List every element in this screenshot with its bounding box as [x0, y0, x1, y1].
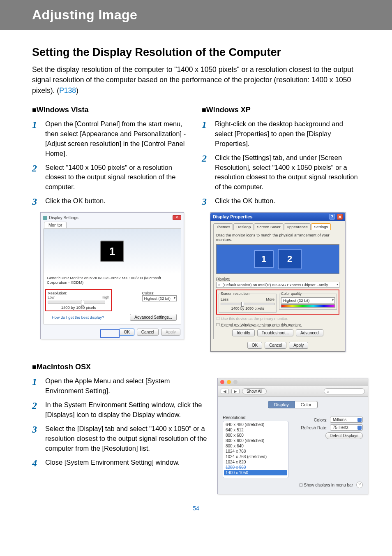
window-icon: [43, 216, 47, 220]
resolution-list[interactable]: 640 x 480 (stretched) 640 x 512 800 x 60…: [223, 421, 288, 478]
page-content: Setting the Display Resolution of the Co…: [0, 30, 392, 528]
apply-button[interactable]: Apply: [161, 329, 180, 336]
cancel-button[interactable]: Cancel: [265, 342, 286, 349]
tab-display[interactable]: Display: [268, 401, 295, 408]
troubleshoot-button[interactable]: Troubleshoot...: [257, 329, 293, 336]
slider-high-label: High: [101, 295, 109, 299]
step-number: 3: [202, 196, 209, 206]
res-option[interactable]: 640 x 512: [224, 427, 287, 433]
resolution-slider[interactable]: [221, 303, 274, 305]
res-option[interactable]: 1024 x 768: [224, 449, 287, 454]
help-icon[interactable]: ?: [329, 214, 335, 220]
resolution-label: Resolution:: [48, 291, 109, 295]
step-number: 1: [32, 376, 39, 387]
res-option[interactable]: 1024 x 768 (stretched): [224, 454, 287, 459]
identify-button[interactable]: Identify: [232, 329, 254, 336]
resolution-slider[interactable]: [48, 301, 105, 304]
help-link[interactable]: How do I get the best display?: [48, 315, 108, 320]
apply-button[interactable]: Apply: [289, 342, 308, 349]
res-option[interactable]: 800 x 640: [224, 443, 287, 449]
screenshot-vista-display-settings: Display Settings ✕ Monitor 1 Generic PnP…: [40, 212, 184, 339]
ok-button[interactable]: OK: [247, 342, 262, 349]
forward-button[interactable]: ▶: [231, 389, 240, 394]
tab-appearance[interactable]: Appearance: [284, 223, 311, 230]
tab-monitor[interactable]: Monitor: [44, 222, 67, 228]
advanced-button[interactable]: Advanced: [296, 329, 323, 336]
ok-button[interactable]: OK: [119, 329, 134, 336]
search-field[interactable]: ⌕: [324, 388, 365, 394]
close-icon[interactable]: ✕: [337, 214, 343, 220]
slider-low-label: Low: [48, 295, 55, 299]
slider-thumb[interactable]: [241, 302, 244, 307]
show-displays-checkbox-row[interactable]: ☐ Show displays in menu bar: [299, 483, 353, 487]
detect-displays-button[interactable]: Detect Displays: [325, 432, 363, 439]
traffic-light-zoom[interactable]: [233, 380, 238, 384]
step-item: 2In the System Environment Setting windo…: [32, 400, 209, 420]
tab-screensaver[interactable]: Screen Saver: [254, 223, 284, 230]
step-item: 2Select "1400 x 1050 pixels" or a resolu…: [32, 163, 190, 192]
main-heading: Setting the Display Resolution of the Co…: [32, 46, 360, 60]
step-text: Select the [Display] tab and select "140…: [45, 424, 209, 454]
color-quality-dropdown[interactable]: Highest (32 bit): [281, 297, 335, 303]
os-columns-top: ■Windows Vista 1Open the [Control Panel]…: [32, 103, 360, 360]
step-number: 2: [32, 400, 39, 410]
resolutions-label: Resolutions:: [223, 415, 288, 420]
arrangement-hint: Drag the monitor icons to match the phys…: [216, 233, 339, 242]
res-option[interactable]: 1280 x 960: [224, 465, 287, 470]
show-all-button[interactable]: Show All: [242, 388, 267, 394]
res-option[interactable]: 1024 x 820: [224, 459, 287, 465]
res-option[interactable]: 800 x 600 (stretched): [224, 438, 287, 443]
divider: [47, 288, 178, 288]
display-panel: Resolutions: 640 x 480 (stretched) 640 x…: [218, 412, 368, 494]
step-text: Right-click on the desktop background an…: [215, 119, 360, 149]
step-text: Click the [Settings] tab, and under [Scr…: [215, 153, 360, 192]
monitor-icon-2[interactable]: 2: [278, 249, 302, 269]
display-label: Display:: [216, 276, 339, 281]
resolution-value: 1400 by 1050 pixels: [221, 306, 274, 310]
steps-vista: 1Open the [Control Panel] from the start…: [32, 119, 190, 206]
step-number: 3: [32, 424, 39, 434]
monitor-icon-1[interactable]: 1: [254, 250, 274, 268]
column-vista: ■Windows Vista 1Open the [Control Panel]…: [32, 103, 190, 348]
use-primary-checkbox-row: ☐ Use this device as the primary monitor…: [216, 316, 339, 321]
color-quality-legend: Color quality: [281, 292, 302, 296]
advanced-settings-button[interactable]: Advanced Settings...: [130, 314, 177, 321]
color-bar: [281, 304, 335, 308]
red-highlight-box: Screen resolution LessMore 1400 by 1050 …: [216, 290, 339, 315]
window-title: Display Settings: [49, 215, 78, 220]
step-item: 1Open the [Control Panel] from the start…: [32, 119, 190, 159]
tab-themes[interactable]: Themes: [213, 223, 233, 230]
refresh-rate-dropdown[interactable]: 75 Hertz: [330, 424, 363, 431]
extend-desktop-checkbox-row[interactable]: ☐ Extend my Windows desktop onto this mo…: [216, 322, 339, 327]
res-option[interactable]: 800 x 600: [224, 433, 287, 438]
colors-label: Colors:: [142, 291, 177, 295]
monitor-icon-1[interactable]: 1: [100, 241, 124, 262]
tabs: Display Color: [218, 401, 368, 408]
traffic-light-minimize[interactable]: [227, 380, 231, 384]
colors-dropdown[interactable]: Highest (32 bit): [142, 295, 177, 301]
back-button[interactable]: ◀: [221, 389, 229, 394]
step-item: 1Right-click on the desktop background a…: [202, 119, 360, 149]
window-titlebar: Display Properties ? ✕: [210, 213, 345, 221]
step-text: Select "1400 x 1050 pixels" or a resolut…: [45, 163, 190, 192]
display-dropdown[interactable]: 2. (Default Monitor) on Intel(R) 82945G …: [216, 282, 339, 288]
cancel-button[interactable]: Cancel: [137, 329, 159, 336]
tab-desktop[interactable]: Desktop: [233, 223, 254, 230]
res-option-selected[interactable]: 1400 x 1050: [224, 470, 287, 475]
help-icon[interactable]: ?: [356, 482, 363, 488]
traffic-light-close[interactable]: [220, 380, 224, 384]
step-item: 4Close [System Environment Setting] wind…: [32, 458, 209, 468]
tab-color[interactable]: Color: [295, 401, 318, 408]
tab-settings[interactable]: Settings: [311, 223, 331, 230]
colors-dropdown[interactable]: Millions: [330, 417, 363, 423]
res-option[interactable]: 640 x 480 (stretched): [224, 422, 287, 427]
screenshot-xp-display-properties: Display Properties ? ✕ Themes Desktop Sc…: [210, 212, 346, 352]
monitor-preview-area: 1 2: [216, 244, 339, 274]
page-reference-link[interactable]: P138: [59, 86, 76, 95]
page-banner: Adjusting Image: [0, 0, 392, 30]
colors-label: Colors:: [314, 417, 327, 422]
step-number: 2: [202, 153, 209, 163]
close-icon[interactable]: ✕: [173, 215, 181, 220]
slider-thumb[interactable]: [81, 300, 84, 306]
window-title: Display Properties: [213, 214, 253, 219]
